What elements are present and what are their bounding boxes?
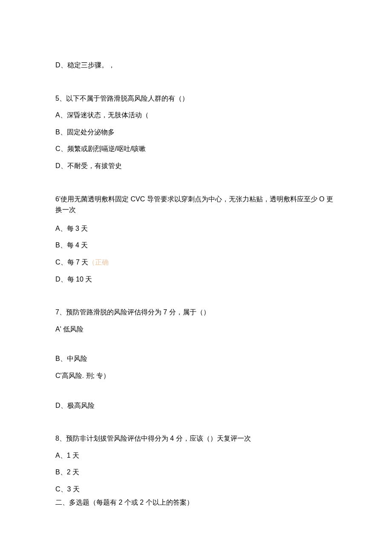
q6-correct-mark: （正确	[88, 259, 109, 266]
q6-option-d: D、每 10 天	[55, 274, 337, 285]
q6-option-b: B、每 4 天	[55, 240, 337, 251]
q6-option-a: A、每 3 天	[55, 223, 337, 234]
q8-option-b: B、2 天	[55, 467, 337, 478]
q7-stem: 7、预防管路滑脱的风险评估得分为 7 分，属于（）	[55, 307, 337, 318]
q7-option-d: D、极高风险	[55, 400, 337, 411]
q6-option-c-text: C、每 7 天	[55, 259, 88, 266]
q5-stem: 5、以下不属于管路滑脱高风险人群的有（）	[55, 93, 337, 104]
q8-option-c: C、3 天	[55, 484, 337, 495]
spacer	[55, 387, 337, 400]
q7-option-c: C'高风险. 刑; 专）	[55, 370, 337, 381]
q5-option-d: D、不耐受，有拔管史	[55, 160, 337, 171]
q7-option-b: B、中风险	[55, 353, 337, 364]
q8-stem: 8、预防非计划拔管风险评估中得分为 4 分，应该（）天复评一次	[55, 433, 337, 444]
section-2-heading: 二、多选题（每题有 2 个或 2 个以上的答案）	[55, 497, 337, 508]
spacer	[55, 417, 337, 433]
q7-option-a: A' 低风险	[55, 324, 337, 335]
spacer	[55, 77, 337, 93]
spacer	[55, 291, 337, 307]
spacer	[55, 340, 337, 353]
q6-option-c: C、每 7 天（正确	[55, 257, 337, 268]
q6-stem: 6'使用无菌透明敷料固定 CVC 导管要求以穿刺点为中心，无张力粘贴，透明敷料应…	[55, 194, 337, 215]
q4-option-d: D、稳定三步骤。，	[55, 60, 337, 71]
q8-option-a: A、1 天	[55, 450, 337, 461]
q5-option-b: B、固定处分泌物多	[55, 127, 337, 138]
q5-option-c: C、频繁或剧烈嗝逆/呕吐/咳嗽	[55, 143, 337, 154]
spacer	[55, 177, 337, 194]
q5-option-a: A、深昏迷状态，无肢体活动（	[55, 110, 337, 121]
